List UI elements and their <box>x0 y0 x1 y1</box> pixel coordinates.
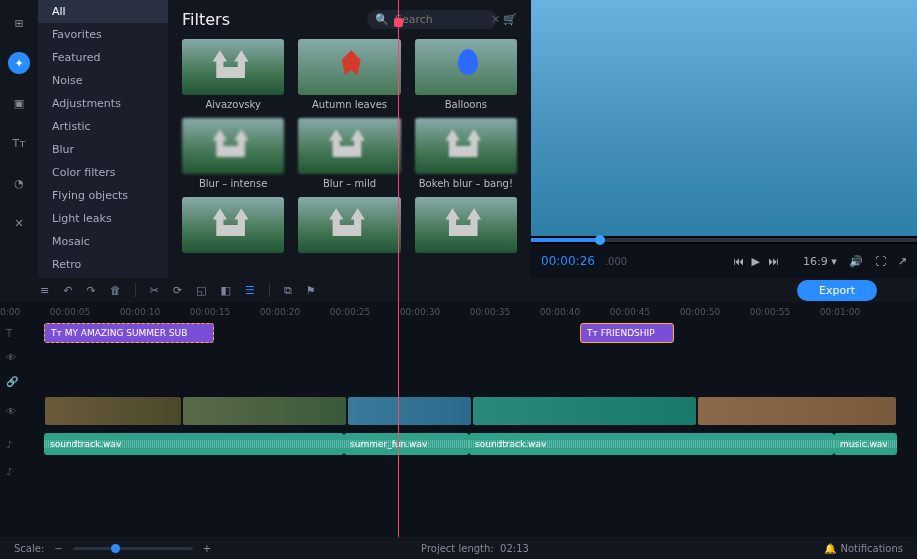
filter-thumbnail <box>182 39 284 95</box>
project-length: Project length: 02:13 <box>421 543 529 554</box>
filters-grid: AivazovskyAutumn leavesBalloonsBlur – in… <box>182 39 517 257</box>
title-track-icon: T <box>6 328 12 339</box>
filter-item[interactable]: Balloons <box>415 39 517 110</box>
filter-item[interactable] <box>415 197 517 257</box>
clear-search-icon[interactable]: ✕ <box>491 13 500 26</box>
video-track[interactable]: 👁 <box>44 394 917 428</box>
filter-item[interactable]: Autumn leaves <box>298 39 400 110</box>
ruler-mark: 00:00:10 <box>120 307 160 317</box>
video-clip[interactable] <box>182 396 347 426</box>
video-clip[interactable] <box>44 396 182 426</box>
category-item[interactable]: Color filters <box>38 161 168 184</box>
zoom-in-icon[interactable]: + <box>203 543 211 554</box>
zoom-out-icon[interactable]: − <box>54 543 62 554</box>
track-options-icon[interactable]: ≡ <box>40 284 49 297</box>
scrubber-knob[interactable] <box>595 235 605 245</box>
category-item[interactable]: Adjustments <box>38 92 168 115</box>
clip-properties-icon[interactable]: ☰ <box>245 284 255 297</box>
ruler-mark: 00:00:40 <box>540 307 580 317</box>
timeline: 00:00:0000:00:0500:00:1000:00:1500:00:20… <box>0 302 917 537</box>
category-item[interactable]: Artistic <box>38 115 168 138</box>
marker-icon[interactable]: ⚑ <box>306 284 316 297</box>
filter-label: Balloons <box>415 99 517 110</box>
video-clip[interactable] <box>472 396 697 426</box>
category-item[interactable]: Noise <box>38 69 168 92</box>
preview-scrubber[interactable] <box>531 238 917 242</box>
ruler-mark: 00:00:15 <box>190 307 230 317</box>
record-icon[interactable]: ⧉ <box>284 284 292 297</box>
filter-item[interactable]: Blur – mild <box>298 118 400 189</box>
title-clip[interactable]: Tᴛ MY AMAZING SUMMER SUB <box>44 323 214 343</box>
category-item[interactable]: Flying objects <box>38 184 168 207</box>
audio-clip[interactable]: soundtrack.wav <box>44 433 344 455</box>
popout-icon[interactable]: ↗ <box>898 255 907 268</box>
filter-item[interactable]: Aivazovsky <box>182 39 284 110</box>
prev-frame-icon[interactable]: ⏮ <box>733 255 744 268</box>
video-clip[interactable] <box>347 396 472 426</box>
category-item[interactable]: Light leaks <box>38 207 168 230</box>
category-item[interactable]: Blur <box>38 138 168 161</box>
playhead[interactable] <box>398 302 399 537</box>
next-frame-icon[interactable]: ⏭ <box>768 255 779 268</box>
tool-sidebar: ⊞ ✦ ▣ Tᴛ ◔ ✕ <box>0 0 38 278</box>
stickers-icon[interactable]: ◔ <box>8 172 30 194</box>
filters-icon[interactable]: ✦ <box>8 52 30 74</box>
volume-icon[interactable]: 🔊 <box>849 255 863 268</box>
cart-icon[interactable]: 🛒 <box>503 13 517 26</box>
category-item[interactable]: All <box>38 0 168 23</box>
overlay-track-icon: 👁 <box>6 352 16 363</box>
delete-icon[interactable]: 🗑 <box>110 284 121 297</box>
zoom-knob[interactable] <box>111 544 120 553</box>
zoom-slider[interactable] <box>73 547 193 550</box>
category-list: AllFavoritesFeaturedNoiseAdjustmentsArti… <box>38 0 168 278</box>
video-clip[interactable] <box>697 396 897 426</box>
audio-track-2[interactable]: ♪ <box>44 460 917 482</box>
titles-icon[interactable]: Tᴛ <box>8 132 30 154</box>
filter-thumbnail <box>298 39 400 95</box>
export-button[interactable]: Export <box>797 280 877 301</box>
crop-icon[interactable]: ◱ <box>196 284 206 297</box>
fullscreen-icon[interactable]: ⛶ <box>875 255 886 268</box>
undo-icon[interactable]: ↶ <box>63 284 72 297</box>
audio-track-icon: ♪ <box>6 466 12 477</box>
color-adjust-icon[interactable]: ◧ <box>221 284 231 297</box>
title-clip[interactable]: Tᴛ FRIENDSHIP <box>580 323 674 343</box>
filter-thumbnail <box>415 39 517 95</box>
ruler-mark: 00:00:55 <box>750 307 790 317</box>
filter-item[interactable]: Bokeh blur – bang! <box>415 118 517 189</box>
cut-icon[interactable]: ✂ <box>150 284 159 297</box>
preview-video[interactable] <box>531 0 917 236</box>
filter-label: Autumn leaves <box>298 99 400 110</box>
search-icon: 🔍 <box>375 13 389 26</box>
filters-panel: Filters 🔍 ✕ 🛒 AivazovskyAutumn leavesBal… <box>168 0 531 278</box>
linked-audio-icon: 🔗 <box>6 376 18 387</box>
audio-clip[interactable]: soundtrack.wav <box>469 433 834 455</box>
category-item[interactable]: Mosaic <box>38 230 168 253</box>
time-ruler[interactable]: 00:00:0000:00:0500:00:1000:00:1500:00:20… <box>0 302 917 322</box>
scale-label: Scale: <box>14 543 44 554</box>
redo-icon[interactable]: ↷ <box>86 284 95 297</box>
category-item[interactable]: Favorites <box>38 23 168 46</box>
search-box[interactable]: 🔍 ✕ <box>367 10 497 29</box>
category-item[interactable]: Retro <box>38 253 168 276</box>
aspect-ratio[interactable]: 16:9 ▾ <box>803 255 837 268</box>
overlay-track[interactable]: 👁 <box>44 346 917 368</box>
linked-audio-track[interactable]: 🔗 <box>44 370 917 392</box>
notifications-button[interactable]: 🔔 Notifications <box>824 543 903 554</box>
filter-label: Blur – intense <box>182 178 284 189</box>
filter-item[interactable]: Blur – intense <box>182 118 284 189</box>
title-track[interactable]: T Tᴛ MY AMAZING SUMMER SUB Tᴛ FRIENDSHIP <box>44 322 917 344</box>
add-media-icon[interactable]: ⊞ <box>8 12 30 34</box>
ruler-mark: 00:00:50 <box>680 307 720 317</box>
audio-clip[interactable]: music.wav <box>834 433 897 455</box>
audio-track-1[interactable]: ♪ soundtrack.wav summer_fun.wav soundtra… <box>44 430 917 458</box>
audio-clip[interactable]: summer_fun.wav <box>344 433 469 455</box>
search-input[interactable] <box>395 13 485 26</box>
play-icon[interactable]: ▶ <box>752 255 760 268</box>
transitions-icon[interactable]: ▣ <box>8 92 30 114</box>
filter-item[interactable] <box>298 197 400 257</box>
rotate-icon[interactable]: ⟳ <box>173 284 182 297</box>
more-tools-icon[interactable]: ✕ <box>8 212 30 234</box>
filter-item[interactable] <box>182 197 284 257</box>
category-item[interactable]: Featured <box>38 46 168 69</box>
